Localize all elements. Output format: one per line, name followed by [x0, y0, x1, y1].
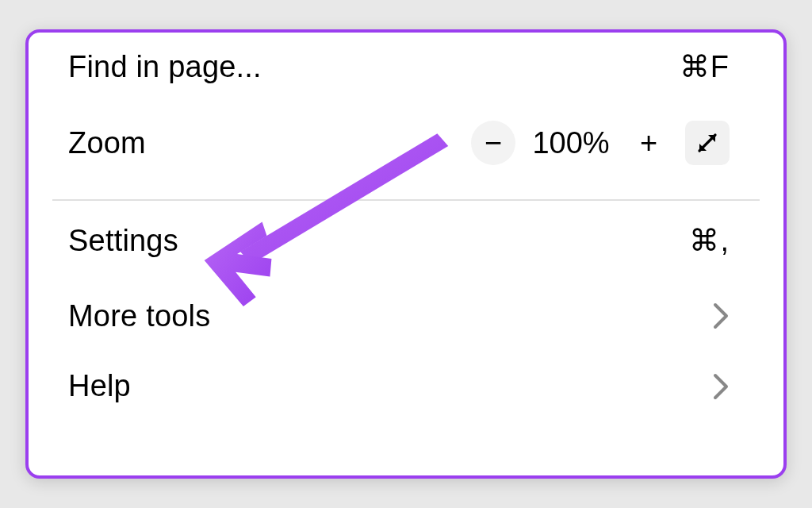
settings-item[interactable]: Settings ⌘,: [29, 201, 783, 280]
zoom-out-button[interactable]: −: [471, 121, 515, 165]
settings-shortcut: ⌘,: [689, 223, 730, 258]
chevron-right-icon: [712, 372, 730, 401]
more-tools-item[interactable]: More tools: [29, 280, 783, 352]
find-in-page-item[interactable]: Find in page... ⌘F: [29, 33, 783, 94]
chevron-right-icon: [712, 302, 730, 330]
zoom-item: Zoom − 100% +: [29, 94, 783, 191]
zoom-controls: − 100% +: [471, 121, 730, 165]
zoom-label: Zoom: [68, 126, 146, 160]
find-in-page-shortcut: ⌘F: [680, 49, 730, 84]
settings-label: Settings: [68, 224, 178, 258]
zoom-value: 100%: [527, 126, 615, 160]
help-label: Help: [68, 369, 131, 403]
find-in-page-label: Find in page...: [68, 50, 262, 84]
fullscreen-icon: [695, 130, 720, 156]
browser-menu-panel: Find in page... ⌘F Zoom − 100% + Settin: [25, 29, 787, 479]
zoom-in-button[interactable]: +: [626, 121, 671, 165]
plus-icon: +: [640, 126, 657, 160]
fullscreen-button[interactable]: [685, 121, 730, 165]
minus-icon: −: [485, 126, 502, 160]
more-tools-label: More tools: [68, 299, 210, 333]
help-item[interactable]: Help: [29, 352, 783, 421]
